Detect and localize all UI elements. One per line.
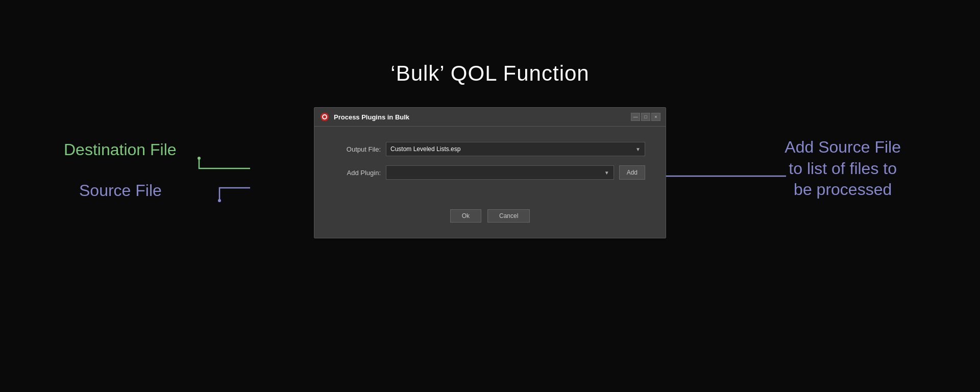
output-file-select[interactable]: Custom Leveled Lists.esp ▼ (386, 142, 645, 156)
svg-point-1 (218, 199, 221, 202)
cancel-button[interactable]: Cancel (487, 209, 530, 223)
output-file-value: Custom Leveled Lists.esp (390, 145, 460, 153)
add-plugin-select[interactable]: ▼ (386, 165, 614, 180)
add-plugin-row: Add Plugin: ▼ Add (335, 165, 645, 180)
add-plugin-label: Add Plugin: (335, 169, 381, 177)
dialog-title-left: Process Plugins in Bulk (320, 112, 409, 122)
close-button[interactable]: × (651, 113, 660, 121)
dialog-body: Output File: Custom Leveled Lists.esp ▼ … (314, 127, 666, 204)
output-file-row: Output File: Custom Leveled Lists.esp ▼ (335, 142, 645, 156)
output-file-dropdown-arrow: ▼ (635, 146, 641, 152)
dialog-controls: — □ × (631, 113, 660, 121)
process-plugins-dialog: Process Plugins in Bulk — □ × Output Fil… (314, 107, 666, 238)
add-source-file-annotation: Add Source File to list of files to be p… (785, 137, 901, 201)
add-plugin-dropdown-arrow: ▼ (604, 170, 609, 176)
dialog-titlebar: Process Plugins in Bulk — □ × (314, 108, 666, 127)
ok-button[interactable]: Ok (450, 209, 481, 223)
dialog-app-icon (320, 112, 330, 122)
source-file-annotation: Source File (79, 181, 162, 200)
restore-button[interactable]: □ (641, 113, 650, 121)
svg-point-0 (198, 157, 201, 160)
minimize-button[interactable]: — (631, 113, 640, 121)
page-title: ‘Bulk’ QOL Function (390, 61, 589, 86)
destination-file-annotation: Destination File (64, 140, 177, 159)
add-plugin-button[interactable]: Add (619, 165, 645, 180)
dialog-footer: Ok Cancel (314, 204, 666, 238)
dialog-title-text: Process Plugins in Bulk (334, 113, 409, 121)
output-file-label: Output File: (335, 145, 381, 153)
svg-point-5 (323, 115, 326, 118)
